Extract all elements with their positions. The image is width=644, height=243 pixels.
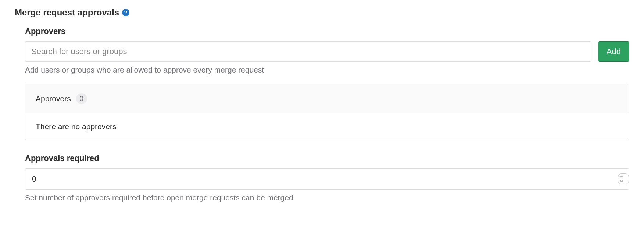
approvers-search-input[interactable] <box>25 41 591 62</box>
section-title: Merge request approvals ? <box>15 7 629 18</box>
approvals-required-label: Approvals required <box>25 154 629 163</box>
approvers-count-badge: 0 <box>76 93 87 104</box>
section-title-text: Merge request approvals <box>15 7 119 18</box>
approvers-label: Approvers <box>25 27 629 36</box>
approvals-required-input[interactable] <box>25 169 618 189</box>
approvals-required-help-text: Set number of approvers required before … <box>25 193 629 202</box>
approvers-panel: Approvers 0 There are no approvers <box>25 84 629 140</box>
approvers-panel-header-label: Approvers <box>36 94 71 103</box>
stepper-up-icon[interactable] <box>619 175 625 179</box>
add-button[interactable]: Add <box>598 41 629 62</box>
approvers-help-text: Add users or groups who are allowed to a… <box>25 66 629 74</box>
approvals-required-input-wrapper <box>25 168 629 190</box>
approvers-panel-header: Approvers 0 <box>25 84 629 113</box>
help-icon[interactable]: ? <box>122 9 129 16</box>
stepper-down-icon[interactable] <box>619 179 625 183</box>
approvers-empty-message: There are no approvers <box>25 113 629 140</box>
